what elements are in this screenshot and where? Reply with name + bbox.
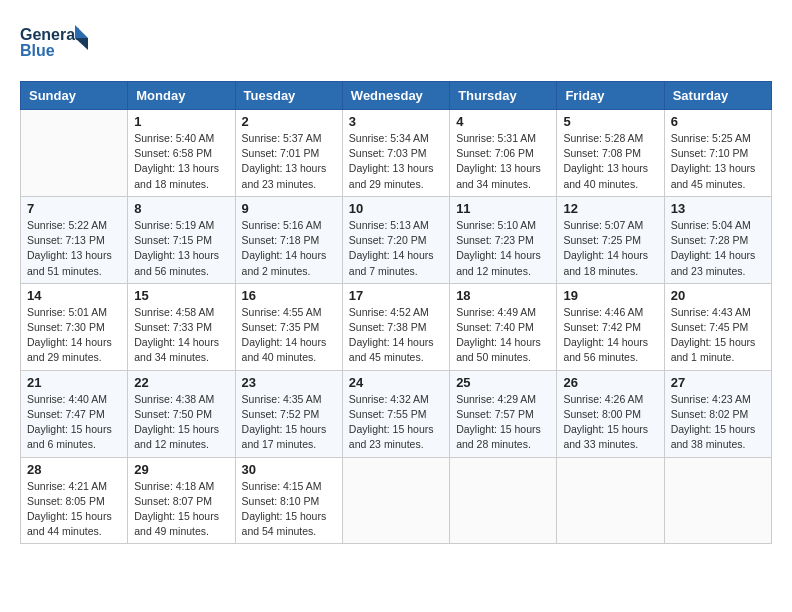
- calendar-cell: 10Sunrise: 5:13 AM Sunset: 7:20 PM Dayli…: [342, 196, 449, 283]
- day-info: Sunrise: 5:04 AM Sunset: 7:28 PM Dayligh…: [671, 218, 765, 279]
- calendar-cell: 2Sunrise: 5:37 AM Sunset: 7:01 PM Daylig…: [235, 110, 342, 197]
- calendar-cell: 6Sunrise: 5:25 AM Sunset: 7:10 PM Daylig…: [664, 110, 771, 197]
- day-number: 18: [456, 288, 550, 303]
- calendar-cell: 27Sunrise: 4:23 AM Sunset: 8:02 PM Dayli…: [664, 370, 771, 457]
- day-number: 11: [456, 201, 550, 216]
- svg-marker-2: [75, 25, 88, 38]
- calendar-cell: 3Sunrise: 5:34 AM Sunset: 7:03 PM Daylig…: [342, 110, 449, 197]
- calendar-cell: 29Sunrise: 4:18 AM Sunset: 8:07 PM Dayli…: [128, 457, 235, 544]
- calendar-table: SundayMondayTuesdayWednesdayThursdayFrid…: [20, 81, 772, 544]
- calendar-cell: 22Sunrise: 4:38 AM Sunset: 7:50 PM Dayli…: [128, 370, 235, 457]
- day-number: 14: [27, 288, 121, 303]
- day-info: Sunrise: 4:15 AM Sunset: 8:10 PM Dayligh…: [242, 479, 336, 540]
- calendar-cell: 7Sunrise: 5:22 AM Sunset: 7:13 PM Daylig…: [21, 196, 128, 283]
- day-info: Sunrise: 5:37 AM Sunset: 7:01 PM Dayligh…: [242, 131, 336, 192]
- day-info: Sunrise: 5:07 AM Sunset: 7:25 PM Dayligh…: [563, 218, 657, 279]
- day-info: Sunrise: 4:46 AM Sunset: 7:42 PM Dayligh…: [563, 305, 657, 366]
- calendar-week-row: 21Sunrise: 4:40 AM Sunset: 7:47 PM Dayli…: [21, 370, 772, 457]
- day-number: 22: [134, 375, 228, 390]
- calendar-cell: [664, 457, 771, 544]
- day-number: 6: [671, 114, 765, 129]
- calendar-cell: 20Sunrise: 4:43 AM Sunset: 7:45 PM Dayli…: [664, 283, 771, 370]
- col-header-tuesday: Tuesday: [235, 82, 342, 110]
- calendar-cell: [342, 457, 449, 544]
- calendar-cell: [21, 110, 128, 197]
- day-number: 7: [27, 201, 121, 216]
- day-info: Sunrise: 5:13 AM Sunset: 7:20 PM Dayligh…: [349, 218, 443, 279]
- calendar-cell: 12Sunrise: 5:07 AM Sunset: 7:25 PM Dayli…: [557, 196, 664, 283]
- day-info: Sunrise: 4:38 AM Sunset: 7:50 PM Dayligh…: [134, 392, 228, 453]
- calendar-cell: 1Sunrise: 5:40 AM Sunset: 6:58 PM Daylig…: [128, 110, 235, 197]
- day-info: Sunrise: 4:52 AM Sunset: 7:38 PM Dayligh…: [349, 305, 443, 366]
- col-header-thursday: Thursday: [450, 82, 557, 110]
- day-info: Sunrise: 4:21 AM Sunset: 8:05 PM Dayligh…: [27, 479, 121, 540]
- day-info: Sunrise: 4:55 AM Sunset: 7:35 PM Dayligh…: [242, 305, 336, 366]
- calendar-week-row: 7Sunrise: 5:22 AM Sunset: 7:13 PM Daylig…: [21, 196, 772, 283]
- day-info: Sunrise: 4:35 AM Sunset: 7:52 PM Dayligh…: [242, 392, 336, 453]
- page-header: GeneralBlue: [20, 20, 772, 65]
- calendar-cell: 28Sunrise: 4:21 AM Sunset: 8:05 PM Dayli…: [21, 457, 128, 544]
- calendar-cell: 13Sunrise: 5:04 AM Sunset: 7:28 PM Dayli…: [664, 196, 771, 283]
- day-number: 20: [671, 288, 765, 303]
- calendar-week-row: 28Sunrise: 4:21 AM Sunset: 8:05 PM Dayli…: [21, 457, 772, 544]
- day-info: Sunrise: 5:31 AM Sunset: 7:06 PM Dayligh…: [456, 131, 550, 192]
- svg-text:Blue: Blue: [20, 42, 55, 59]
- day-number: 17: [349, 288, 443, 303]
- calendar-cell: 17Sunrise: 4:52 AM Sunset: 7:38 PM Dayli…: [342, 283, 449, 370]
- day-info: Sunrise: 4:32 AM Sunset: 7:55 PM Dayligh…: [349, 392, 443, 453]
- day-number: 26: [563, 375, 657, 390]
- day-number: 23: [242, 375, 336, 390]
- day-number: 9: [242, 201, 336, 216]
- day-info: Sunrise: 5:10 AM Sunset: 7:23 PM Dayligh…: [456, 218, 550, 279]
- svg-text:General: General: [20, 26, 80, 43]
- calendar-cell: 4Sunrise: 5:31 AM Sunset: 7:06 PM Daylig…: [450, 110, 557, 197]
- day-number: 19: [563, 288, 657, 303]
- calendar-cell: 21Sunrise: 4:40 AM Sunset: 7:47 PM Dayli…: [21, 370, 128, 457]
- day-number: 1: [134, 114, 228, 129]
- col-header-friday: Friday: [557, 82, 664, 110]
- day-info: Sunrise: 4:26 AM Sunset: 8:00 PM Dayligh…: [563, 392, 657, 453]
- day-number: 12: [563, 201, 657, 216]
- day-number: 3: [349, 114, 443, 129]
- calendar-week-row: 1Sunrise: 5:40 AM Sunset: 6:58 PM Daylig…: [21, 110, 772, 197]
- day-info: Sunrise: 5:19 AM Sunset: 7:15 PM Dayligh…: [134, 218, 228, 279]
- calendar-cell: 26Sunrise: 4:26 AM Sunset: 8:00 PM Dayli…: [557, 370, 664, 457]
- calendar-cell: 11Sunrise: 5:10 AM Sunset: 7:23 PM Dayli…: [450, 196, 557, 283]
- day-number: 15: [134, 288, 228, 303]
- day-info: Sunrise: 4:40 AM Sunset: 7:47 PM Dayligh…: [27, 392, 121, 453]
- calendar-cell: 15Sunrise: 4:58 AM Sunset: 7:33 PM Dayli…: [128, 283, 235, 370]
- calendar-cell: 30Sunrise: 4:15 AM Sunset: 8:10 PM Dayli…: [235, 457, 342, 544]
- col-header-monday: Monday: [128, 82, 235, 110]
- day-number: 16: [242, 288, 336, 303]
- calendar-week-row: 14Sunrise: 5:01 AM Sunset: 7:30 PM Dayli…: [21, 283, 772, 370]
- col-header-saturday: Saturday: [664, 82, 771, 110]
- day-number: 25: [456, 375, 550, 390]
- day-number: 21: [27, 375, 121, 390]
- day-number: 24: [349, 375, 443, 390]
- day-number: 10: [349, 201, 443, 216]
- calendar-cell: 24Sunrise: 4:32 AM Sunset: 7:55 PM Dayli…: [342, 370, 449, 457]
- day-info: Sunrise: 5:25 AM Sunset: 7:10 PM Dayligh…: [671, 131, 765, 192]
- day-info: Sunrise: 4:49 AM Sunset: 7:40 PM Dayligh…: [456, 305, 550, 366]
- calendar-cell: 16Sunrise: 4:55 AM Sunset: 7:35 PM Dayli…: [235, 283, 342, 370]
- day-info: Sunrise: 5:28 AM Sunset: 7:08 PM Dayligh…: [563, 131, 657, 192]
- day-info: Sunrise: 5:01 AM Sunset: 7:30 PM Dayligh…: [27, 305, 121, 366]
- day-info: Sunrise: 4:23 AM Sunset: 8:02 PM Dayligh…: [671, 392, 765, 453]
- col-header-sunday: Sunday: [21, 82, 128, 110]
- day-info: Sunrise: 5:22 AM Sunset: 7:13 PM Dayligh…: [27, 218, 121, 279]
- calendar-cell: 19Sunrise: 4:46 AM Sunset: 7:42 PM Dayli…: [557, 283, 664, 370]
- day-info: Sunrise: 5:34 AM Sunset: 7:03 PM Dayligh…: [349, 131, 443, 192]
- day-number: 8: [134, 201, 228, 216]
- calendar-cell: 25Sunrise: 4:29 AM Sunset: 7:57 PM Dayli…: [450, 370, 557, 457]
- calendar-cell: [557, 457, 664, 544]
- day-number: 30: [242, 462, 336, 477]
- calendar-cell: [450, 457, 557, 544]
- day-info: Sunrise: 4:43 AM Sunset: 7:45 PM Dayligh…: [671, 305, 765, 366]
- day-number: 27: [671, 375, 765, 390]
- day-number: 5: [563, 114, 657, 129]
- calendar-cell: 8Sunrise: 5:19 AM Sunset: 7:15 PM Daylig…: [128, 196, 235, 283]
- logo-svg: GeneralBlue: [20, 20, 90, 65]
- day-info: Sunrise: 4:18 AM Sunset: 8:07 PM Dayligh…: [134, 479, 228, 540]
- calendar-cell: 5Sunrise: 5:28 AM Sunset: 7:08 PM Daylig…: [557, 110, 664, 197]
- day-number: 2: [242, 114, 336, 129]
